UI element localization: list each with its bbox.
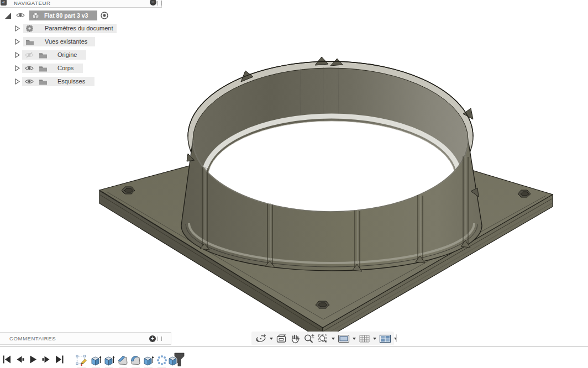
grid-settings-icon[interactable] — [359, 333, 370, 345]
tree-item-named-views[interactable]: Vues existantes — [0, 37, 122, 46]
root-document-selected[interactable]: Flat 80 part 3 v3 — [29, 10, 97, 20]
tree-item-label: Paramètres du document — [45, 24, 113, 33]
feature-extrude-icon[interactable] — [143, 354, 154, 367]
eye-icon[interactable] — [25, 78, 34, 85]
comments-panel-header[interactable]: COMMENTAIRES + — [0, 332, 171, 345]
expand-arrow-icon[interactable] — [15, 65, 20, 71]
timeline-tick — [105, 367, 113, 367]
look-at-icon[interactable] — [276, 333, 287, 345]
zoom-window-icon[interactable] — [317, 333, 329, 345]
view-navigation-toolbar — [251, 332, 394, 345]
grid-settings-dropdown-caret[interactable] — [373, 338, 376, 340]
expanded-arrow-icon[interactable] — [4, 12, 12, 19]
tree-root-row[interactable]: Flat 80 part 3 v3 — [0, 10, 116, 20]
component-cube-icon — [32, 12, 40, 20]
collapse-panel-icon[interactable]: « — [1, 0, 7, 6]
display-settings-icon[interactable] — [338, 333, 350, 345]
panel-resize-grip[interactable] — [158, 337, 162, 341]
eye-hidden-icon[interactable] — [25, 52, 34, 58]
zoom-icon[interactable] — [303, 333, 315, 345]
timeline-tick — [158, 367, 166, 367]
tree-item-sketches[interactable]: Esquisses — [0, 77, 122, 86]
feature-fillet-icon[interactable] — [130, 354, 141, 367]
add-comment-icon[interactable]: + — [149, 335, 156, 342]
pan-icon[interactable] — [290, 333, 301, 345]
timeline-tick — [92, 367, 100, 367]
tree-item-label: Corps — [57, 64, 74, 73]
feature-circular-pattern-icon[interactable] — [156, 354, 168, 367]
toolbar-grip[interactable] — [396, 334, 397, 342]
step-back-button[interactable] — [15, 355, 24, 364]
play-button[interactable] — [29, 355, 37, 364]
comments-title: COMMENTAIRES — [9, 333, 56, 344]
feature-extrude-icon[interactable] — [90, 354, 102, 367]
timeline-tick — [144, 367, 153, 367]
eye-icon[interactable] — [25, 65, 34, 71]
expand-arrow-icon[interactable] — [15, 52, 20, 58]
go-to-end-button[interactable] — [55, 355, 64, 364]
tree-item-label: Origine — [57, 50, 77, 60]
tree-item-bodies[interactable]: Corps — [0, 64, 122, 73]
tree-item-label: Vues existantes — [45, 37, 87, 46]
timeline-tick — [77, 367, 86, 367]
tree-item-label: Esquisses — [57, 77, 85, 86]
root-document-name: Flat 80 part 3 v3 — [44, 10, 88, 20]
display-settings-dropdown-caret[interactable] — [353, 338, 356, 340]
feature-extrude-icon[interactable] — [103, 354, 115, 367]
fusion360-window: « NAVIGATEUR − Flat 80 part 3 v3 — [0, 0, 588, 368]
orbit-icon[interactable] — [255, 333, 267, 345]
activate-component-icon[interactable] — [100, 11, 109, 20]
eye-icon[interactable] — [16, 12, 25, 18]
timeline-tick — [132, 367, 140, 367]
timeline-tick — [119, 367, 127, 367]
expand-arrow-icon[interactable] — [15, 25, 20, 31]
navigator-title: NAVIGATEUR — [14, 0, 50, 7]
timeline-bar — [0, 347, 588, 368]
folder-icon — [25, 38, 34, 45]
tree-item-document-settings[interactable]: Paramètres du document — [0, 24, 122, 33]
step-forward-button[interactable] — [42, 355, 51, 364]
feature-sketch-icon[interactable] — [76, 354, 88, 367]
navigator-header[interactable]: « NAVIGATEUR − — [0, 0, 162, 8]
folder-icon — [39, 65, 48, 72]
gear-icon — [25, 24, 34, 33]
expand-arrow-icon[interactable] — [15, 39, 20, 45]
viewports-icon[interactable] — [379, 333, 391, 345]
timeline-position-marker[interactable] — [174, 353, 185, 367]
minimize-panel-icon[interactable]: − — [150, 0, 156, 6]
expand-arrow-icon[interactable] — [15, 78, 20, 85]
feature-chamfer-icon[interactable] — [117, 354, 129, 367]
panel-resize-grip[interactable] — [158, 1, 162, 6]
folder-icon — [39, 51, 48, 59]
folder-icon — [39, 78, 48, 85]
tree-item-origin[interactable]: Origine — [0, 50, 122, 60]
orbit-dropdown-caret[interactable] — [270, 338, 273, 340]
go-to-start-button[interactable] — [3, 355, 11, 364]
zoom-window-dropdown-caret[interactable] — [332, 338, 335, 340]
